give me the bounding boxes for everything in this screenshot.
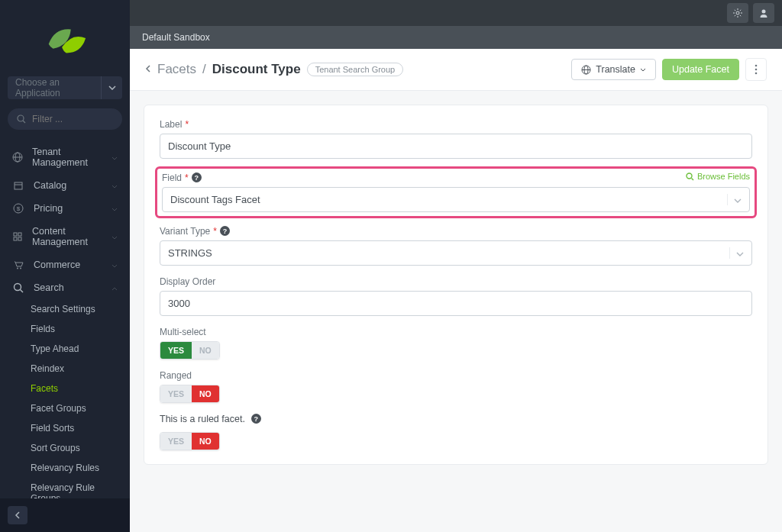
required-indicator: * xyxy=(185,172,189,183)
app-selector[interactable]: Choose an Application xyxy=(8,76,122,99)
sandbox-name: Default Sandbox xyxy=(142,32,210,43)
breadcrumb-current: Discount Type xyxy=(212,62,301,77)
label-input[interactable] xyxy=(160,134,752,159)
svg-point-15 xyxy=(15,284,21,291)
back-icon[interactable] xyxy=(145,63,151,76)
leaf-logo-icon xyxy=(41,21,89,60)
translate-button[interactable]: Translate xyxy=(571,59,656,80)
toggle-yes[interactable]: YES xyxy=(160,433,192,450)
logo xyxy=(0,0,130,76)
nav-tenant-management[interactable]: Tenant Management xyxy=(0,140,130,174)
ruled-facet-row: This is a ruled facet. ? xyxy=(160,414,752,424)
toggle-no[interactable]: NO xyxy=(192,433,219,450)
nav-content-management[interactable]: Content Management xyxy=(0,220,130,253)
label-group: Label* xyxy=(160,119,752,159)
required-indicator: * xyxy=(185,119,189,130)
sidebar: Choose an Application Tenant Management … xyxy=(0,0,130,532)
nav-search-settings[interactable]: Search Settings xyxy=(0,299,130,319)
ranged-toggle[interactable]: YES NO xyxy=(160,385,220,403)
required-indicator: * xyxy=(213,226,217,237)
user-button[interactable] xyxy=(753,3,774,23)
nav-pricing[interactable]: $ Pricing xyxy=(0,197,130,220)
toggle-yes[interactable]: YES xyxy=(160,342,192,359)
nav-relevancy-rule-groups[interactable]: Relevancy Rule Groups xyxy=(0,478,130,498)
settings-button[interactable] xyxy=(727,3,748,23)
filter-input[interactable] xyxy=(32,114,113,124)
svg-text:$: $ xyxy=(17,205,21,212)
page-header: Facets / Discount Type Tenant Search Gro… xyxy=(130,49,782,91)
toggle-no[interactable]: NO xyxy=(192,385,219,402)
more-vertical-icon xyxy=(755,64,758,75)
svg-line-16 xyxy=(21,290,24,293)
breadcrumb-parent[interactable]: Facets xyxy=(157,62,196,77)
nav-commerce[interactable]: Commerce xyxy=(0,253,130,276)
chevron-down-icon xyxy=(727,194,742,205)
browse-fields-link[interactable]: Browse Fields xyxy=(686,172,750,181)
nav-catalog[interactable]: Catalog xyxy=(0,174,130,197)
filter-input-wrapper[interactable] xyxy=(8,108,122,130)
multiselect-group: Multi-select YES NO xyxy=(160,327,752,360)
breadcrumb: Facets / Discount Type xyxy=(145,62,301,77)
nav-sort-groups[interactable]: Sort Groups xyxy=(0,438,130,458)
breadcrumb-separator: / xyxy=(202,62,206,77)
toggle-yes[interactable]: YES xyxy=(160,385,192,402)
nav-relevancy-rules[interactable]: Relevancy Rules xyxy=(0,458,130,478)
chevron-down-icon xyxy=(640,68,646,72)
cart-icon xyxy=(12,260,24,270)
svg-point-13 xyxy=(17,268,18,269)
gear-icon xyxy=(732,8,743,18)
svg-point-19 xyxy=(762,10,766,14)
chevron-down-icon xyxy=(111,203,118,214)
sandbox-bar: Default Sandbox xyxy=(130,26,782,49)
search-icon xyxy=(17,114,26,124)
help-icon[interactable]: ? xyxy=(192,172,202,182)
globe-icon xyxy=(581,65,591,75)
user-icon xyxy=(758,8,769,18)
more-actions-button[interactable] xyxy=(745,58,767,81)
toggle-no[interactable]: NO xyxy=(192,342,219,359)
nav-facet-groups[interactable]: Facet Groups xyxy=(0,398,130,418)
svg-rect-11 xyxy=(14,237,17,240)
variant-select[interactable]: STRINGS xyxy=(160,240,752,266)
svg-line-27 xyxy=(691,178,693,180)
nav-fields[interactable]: Fields xyxy=(0,319,130,339)
nav-search[interactable]: Search xyxy=(0,276,130,299)
globe-icon xyxy=(12,152,23,163)
nav-facets[interactable]: Facets xyxy=(0,379,130,398)
chevron-down-icon xyxy=(111,231,118,242)
collapse-sidebar-button[interactable] xyxy=(8,506,27,524)
ranged-group: Ranged YES NO xyxy=(160,370,752,403)
svg-point-24 xyxy=(755,69,758,71)
ruled-facet-toggle[interactable]: YES NO xyxy=(160,432,220,450)
ruled-facet-label: This is a ruled facet. xyxy=(160,414,245,424)
svg-point-25 xyxy=(755,73,758,75)
topbar xyxy=(130,0,782,26)
ranged-label: Ranged xyxy=(160,370,752,381)
svg-line-1 xyxy=(23,121,25,123)
update-facet-button[interactable]: Update Facet xyxy=(662,59,739,80)
group-badge: Tenant Search Group xyxy=(307,63,404,76)
field-select[interactable]: Discount Tags Facet xyxy=(162,187,750,212)
svg-point-14 xyxy=(20,268,21,269)
nav-reindex[interactable]: Reindex xyxy=(0,359,130,379)
svg-rect-5 xyxy=(15,182,22,189)
search-icon xyxy=(686,172,694,181)
nav-field-sorts[interactable]: Field Sorts xyxy=(0,418,130,438)
label-label: Label* xyxy=(160,119,752,130)
help-icon[interactable]: ? xyxy=(251,414,261,424)
chevron-down-icon xyxy=(111,180,118,191)
svg-point-26 xyxy=(687,173,692,179)
header-actions: Translate Update Facet xyxy=(571,58,767,81)
multiselect-label: Multi-select xyxy=(160,327,752,337)
chevron-down-icon xyxy=(101,76,122,99)
field-highlight: Field* ? Browse Fields Discount Tags Fac… xyxy=(155,166,757,218)
display-order-input[interactable] xyxy=(160,291,752,316)
help-icon[interactable]: ? xyxy=(220,226,230,236)
nav-type-ahead[interactable]: Type Ahead xyxy=(0,339,130,359)
svg-rect-9 xyxy=(14,233,17,236)
svg-rect-12 xyxy=(18,237,21,240)
svg-point-0 xyxy=(18,115,24,121)
dollar-icon: $ xyxy=(12,203,24,214)
catalog-icon xyxy=(12,180,24,191)
multiselect-toggle[interactable]: YES NO xyxy=(160,341,220,360)
